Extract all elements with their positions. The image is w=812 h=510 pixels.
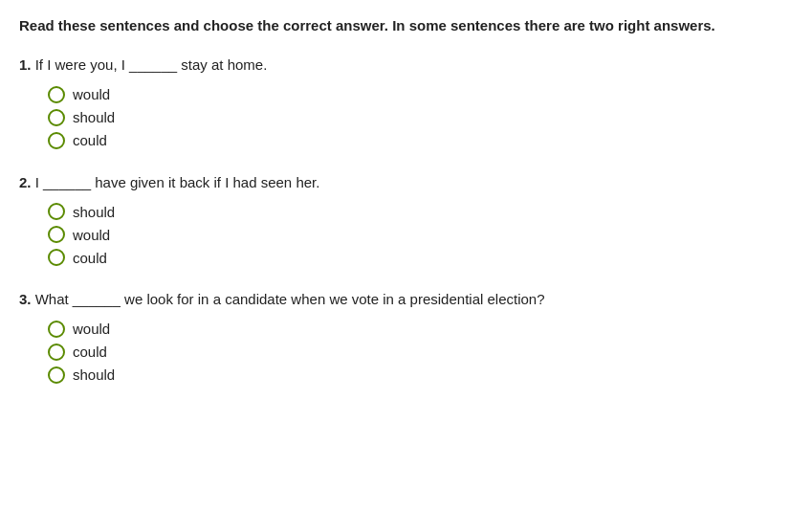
option-item-q2-1[interactable]: should [48, 203, 793, 220]
options-group-2: shouldwouldcould [48, 203, 793, 266]
option-label-q2-1: should [73, 204, 115, 220]
question-text-1: 1. If I were you, I ______ stay at home. [19, 55, 793, 77]
option-item-q1-2[interactable]: should [48, 109, 793, 126]
question-text-3: 3. What ______ we look for in a candidat… [19, 289, 793, 311]
radio-circle-q3-1[interactable] [48, 321, 65, 338]
option-item-q3-1[interactable]: would [48, 321, 793, 338]
question-text-2: 2. I ______ have given it back if I had … [19, 172, 793, 194]
option-label-q1-3: could [73, 132, 107, 148]
option-label-q1-1: would [73, 86, 110, 102]
option-label-q3-1: would [73, 321, 110, 337]
radio-circle-q3-2[interactable] [48, 344, 65, 361]
radio-circle-q2-2[interactable] [48, 226, 65, 243]
question-number-2: 2. [19, 174, 35, 190]
option-label-q1-2: should [73, 109, 115, 125]
question-block-1: 1. If I were you, I ______ stay at home.… [19, 55, 793, 149]
option-label-q2-2: would [73, 227, 110, 243]
radio-circle-q2-1[interactable] [48, 203, 65, 220]
option-item-q1-1[interactable]: would [48, 86, 793, 103]
option-item-q3-3[interactable]: should [48, 366, 793, 384]
option-item-q3-2[interactable]: could [48, 344, 793, 361]
option-item-q2-3[interactable]: could [48, 249, 793, 266]
options-group-1: wouldshouldcould [48, 86, 793, 149]
option-label-q3-3: should [73, 366, 115, 383]
radio-circle-q3-3[interactable] [48, 366, 65, 384]
option-item-q2-2[interactable]: would [48, 226, 793, 243]
radio-circle-q1-3[interactable] [48, 132, 65, 149]
question-number-3: 3. [19, 291, 35, 307]
radio-circle-q1-2[interactable] [48, 109, 65, 126]
radio-circle-q2-3[interactable] [48, 249, 65, 266]
option-label-q3-2: could [73, 344, 107, 360]
options-group-3: wouldcouldshould [48, 321, 793, 384]
instructions: Read these sentences and choose the corr… [19, 15, 793, 35]
question-block-2: 2. I ______ have given it back if I had … [19, 172, 793, 267]
question-number-1: 1. [19, 56, 35, 73]
option-label-q2-3: could [73, 250, 107, 266]
radio-circle-q1-1[interactable] [48, 86, 65, 103]
question-block-3: 3. What ______ we look for in a candidat… [19, 289, 793, 384]
option-item-q1-3[interactable]: could [48, 132, 793, 149]
